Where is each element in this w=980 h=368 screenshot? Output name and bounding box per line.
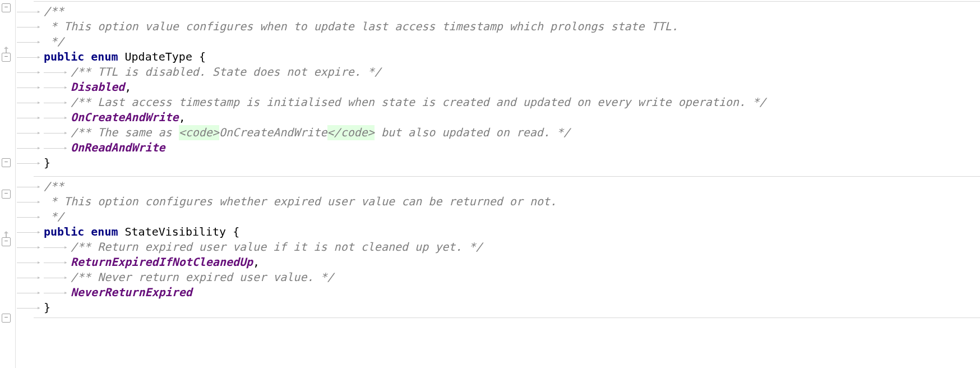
- fold-toggle-icon[interactable]: −: [2, 237, 11, 246]
- code-line: ▸ * This option configures whether expir…: [17, 194, 980, 209]
- close-brace: }: [44, 155, 50, 171]
- fold-toggle-icon[interactable]: −: [2, 3, 11, 12]
- keyword-public: public: [44, 224, 84, 240]
- code-line: ▸ public enum UpdateType {: [17, 49, 980, 65]
- section-separator: [34, 176, 980, 177]
- comma: ,: [179, 110, 186, 125]
- code-line: ▸ */: [17, 209, 980, 224]
- override-marker-icon[interactable]: [2, 228, 11, 237]
- code-line: ▸ ▸ OnReadAndWrite: [17, 140, 980, 155]
- javadoc-close: */: [44, 209, 64, 224]
- override-marker-icon[interactable]: [2, 43, 11, 52]
- javadoc-open: /**: [44, 179, 64, 194]
- code-line: ▸ ▸ /** Last access timestamp is initial…: [17, 95, 980, 110]
- code-line: ▸ */: [17, 34, 980, 49]
- fold-toggle-icon[interactable]: −: [2, 158, 11, 167]
- code-content[interactable]: ▸ /** ▸ * This option value configures w…: [16, 0, 980, 368]
- code-line: ▸ ▸ /** Never return expired user value.…: [17, 270, 980, 285]
- type-name: UpdateType: [125, 49, 192, 65]
- code-tag-close: </code>: [327, 125, 375, 140]
- code-tag-value: OnCreateAndWrite: [219, 125, 327, 140]
- javadoc-text: * This option value configures when to u…: [44, 19, 678, 34]
- close-brace: }: [44, 300, 50, 315]
- code-line: ▸ }: [17, 155, 980, 171]
- editor-gutter: − − − − − −: [0, 0, 16, 368]
- open-brace: {: [192, 49, 206, 65]
- section-separator: [34, 318, 980, 318]
- javadoc-inline: /** Return expired user value if it is n…: [71, 240, 483, 255]
- type-name: StateVisibility: [125, 224, 226, 240]
- fold-toggle-icon[interactable]: −: [2, 53, 11, 62]
- enum-constant: OnReadAndWrite: [71, 140, 165, 155]
- javadoc-open: /**: [44, 4, 64, 19]
- section-separator: [34, 1, 980, 2]
- enum-constant: NeverReturnExpired: [71, 285, 192, 300]
- code-line: ▸ ▸ OnCreateAndWrite,: [17, 110, 980, 125]
- code-line: ▸ public enum StateVisibility {: [17, 224, 980, 240]
- code-line: ▸ * This option value configures when to…: [17, 19, 980, 34]
- javadoc-close: */: [44, 34, 64, 49]
- keyword-public: public: [44, 49, 84, 65]
- javadoc-inline: /** TTL is disabled. State does not expi…: [71, 65, 381, 80]
- comma: ,: [253, 255, 260, 270]
- code-line: ▸ ▸ /** Return expired user value if it …: [17, 240, 980, 255]
- javadoc-inline: /** Last access timestamp is initialised…: [71, 95, 766, 110]
- keyword-enum: enum: [91, 49, 118, 65]
- fold-toggle-icon[interactable]: −: [2, 314, 11, 323]
- code-editor: − − − − − − ▸ /** ▸ * This option value …: [0, 0, 980, 368]
- code-line: ▸ }: [17, 300, 980, 315]
- code-line: ▸ ▸ /** The same as <code>OnCreateAndWri…: [17, 125, 980, 140]
- open-brace: {: [226, 224, 239, 240]
- code-line: ▸ /**: [17, 4, 980, 19]
- code-line: ▸ ▸ NeverReturnExpired: [17, 285, 980, 300]
- code-tag-open: <code>: [179, 125, 219, 140]
- enum-constant: ReturnExpiredIfNotCleanedUp: [71, 255, 253, 270]
- code-line: ▸ ▸ ReturnExpiredIfNotCleanedUp,: [17, 255, 980, 270]
- javadoc-text: * This option configures whether expired…: [44, 194, 557, 209]
- javadoc-inline-pre: /** The same as: [71, 125, 179, 140]
- code-line: ▸ /**: [17, 179, 980, 194]
- keyword-enum: enum: [91, 224, 118, 240]
- enum-constant: Disabled: [71, 80, 124, 95]
- fold-toggle-icon[interactable]: −: [2, 190, 11, 199]
- code-line: ▸ ▸ /** TTL is disabled. State does not …: [17, 65, 980, 80]
- enum-constant: OnCreateAndWrite: [71, 110, 179, 125]
- comma: ,: [124, 80, 131, 95]
- javadoc-inline-post: but also updated on read. */: [375, 125, 570, 140]
- javadoc-inline: /** Never return expired user value. */: [71, 270, 334, 285]
- code-line: ▸ ▸ Disabled,: [17, 80, 980, 95]
